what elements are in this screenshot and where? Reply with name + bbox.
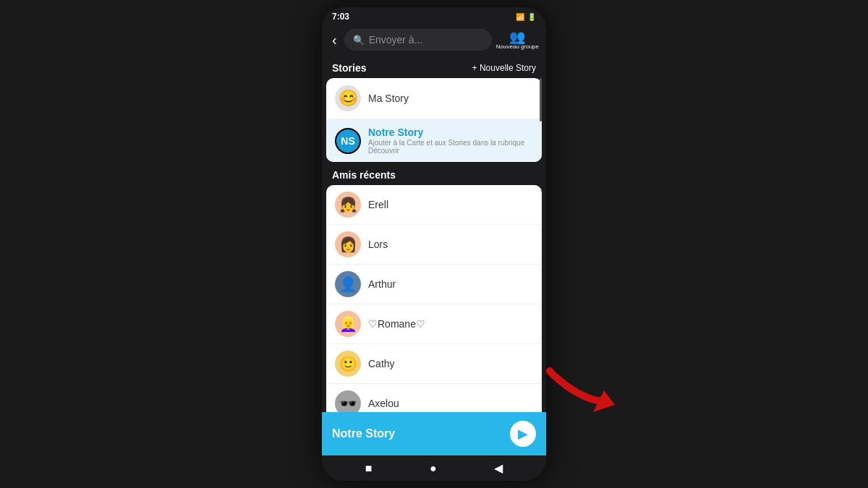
friend-item-axelou[interactable]: 🕶️ Axelou <box>326 384 542 412</box>
status-time: 7:03 <box>332 12 349 22</box>
stories-list: 😊 Ma Story NS Notre Story Ajouter à la C… <box>326 78 542 162</box>
status-bar: 7:03 📶 🔋 <box>322 7 546 25</box>
nav-back-button[interactable]: ◀ <box>494 461 503 475</box>
stories-wrapper: 😊 Ma Story NS Notre Story Ajouter à la C… <box>322 78 546 162</box>
stories-section-header: Stories + Nouvelle Story <box>322 55 546 78</box>
status-icons: 📶 🔋 <box>516 13 536 21</box>
search-bar[interactable]: 🔍 Envoyer à... <box>344 29 492 51</box>
back-button[interactable]: ‹ <box>329 30 340 50</box>
notre-story-info: Notre Story Ajouter à la Carte et aux St… <box>368 127 533 155</box>
cathy-avatar: 🙂 <box>335 351 361 377</box>
recent-friends-title: Amis récents <box>332 169 396 181</box>
bottom-story-name: Notre Story <box>332 427 395 440</box>
signal-icon: 📶 <box>516 13 524 21</box>
friend-item-erell[interactable]: 👧 Erell <box>326 185 542 225</box>
send-icon: ▶ <box>518 426 528 442</box>
stories-title: Stories <box>332 62 366 74</box>
arthur-name: Arthur <box>368 278 396 290</box>
axelou-avatar: 🕶️ <box>335 390 361 412</box>
notre-story-avatar: NS <box>335 128 361 154</box>
new-story-button[interactable]: + Nouvelle Story <box>472 63 536 73</box>
nav-bar: ■ ● ◀ <box>322 455 546 481</box>
nav-home-button[interactable]: ● <box>430 462 437 475</box>
lors-avatar: 👩 <box>335 231 361 257</box>
arthur-avatar: 👤 <box>335 271 361 297</box>
notre-story-subtitle: Ajouter à la Carte et aux Stories dans l… <box>368 139 533 155</box>
friend-item-cathy[interactable]: 🙂 Cathy <box>326 344 542 384</box>
friend-item-lors[interactable]: 👩 Lors <box>326 225 542 265</box>
story-item-notre-story[interactable]: NS Notre Story Ajouter à la Carte et aux… <box>326 119 542 162</box>
romane-avatar: 👱‍♀️ <box>335 311 361 337</box>
story-item-ma-story[interactable]: 😊 Ma Story <box>326 78 542 119</box>
romane-name: ♡Romane♡ <box>368 318 425 330</box>
new-group-label: Nouveau groupe <box>496 43 539 50</box>
erell-name: Erell <box>368 199 388 210</box>
scroll-area[interactable]: Stories + Nouvelle Story 😊 Ma Story <box>322 55 546 412</box>
search-icon: 🔍 <box>353 35 365 46</box>
header: ‹ 🔍 Envoyer à... 👥 Nouveau groupe <box>322 25 546 55</box>
search-placeholder: Envoyer à... <box>369 34 423 46</box>
red-arrow <box>546 365 618 416</box>
content: Stories + Nouvelle Story 😊 Ma Story <box>322 55 546 481</box>
ma-story-name: Ma Story <box>368 93 409 104</box>
cathy-name: Cathy <box>368 358 395 369</box>
battery-icon: 🔋 <box>527 13 536 21</box>
axelou-name: Axelou <box>368 398 399 409</box>
recent-friends-list: 👧 Erell 👩 Lors 👤 Arthur 👱‍♀️ <box>326 185 542 412</box>
recent-friends-section-header: Amis récents <box>322 162 546 185</box>
new-group-button[interactable]: 👥 Nouveau groupe <box>496 30 539 50</box>
lors-name: Lors <box>368 239 388 250</box>
scroll-indicator <box>540 78 542 121</box>
friend-item-romane[interactable]: 👱‍♀️ ♡Romane♡ <box>326 304 542 344</box>
ma-story-avatar: 😊 <box>335 85 361 111</box>
bottom-bar: Notre Story ▶ <box>322 412 546 455</box>
erell-avatar: 👧 <box>335 192 361 218</box>
nav-square-button[interactable]: ■ <box>365 462 373 475</box>
group-icon: 👥 <box>509 30 525 43</box>
send-button[interactable]: ▶ <box>510 421 536 447</box>
notre-story-name: Notre Story <box>368 127 533 138</box>
friend-item-arthur[interactable]: 👤 Arthur <box>326 265 542 304</box>
